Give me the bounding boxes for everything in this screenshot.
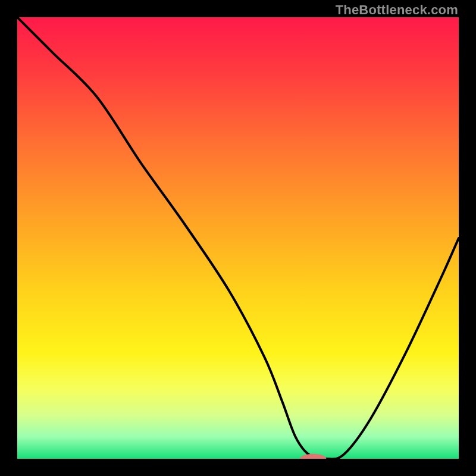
bottleneck-chart (17, 17, 459, 459)
watermark-text: TheBottleneck.com (336, 2, 458, 18)
plot-area (17, 17, 459, 459)
chart-frame: TheBottleneck.com (0, 0, 476, 476)
